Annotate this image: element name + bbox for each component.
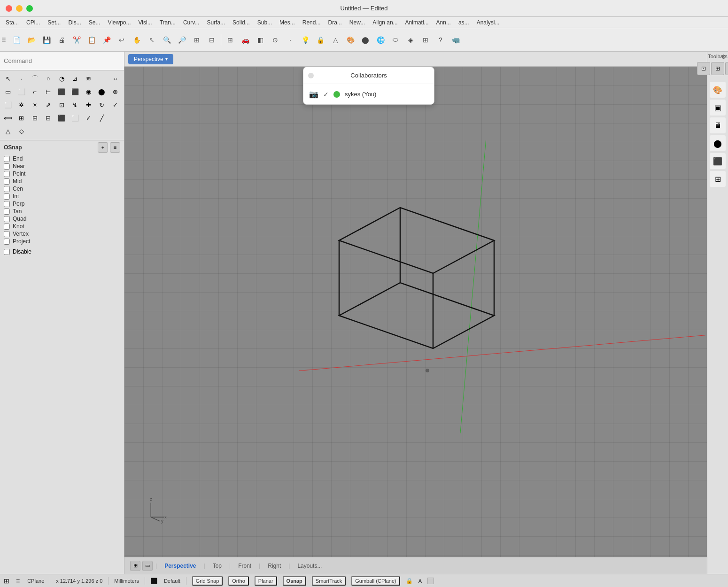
array-tool[interactable]: ⊞ (15, 112, 28, 124)
save-button[interactable]: 💾 (39, 33, 54, 47)
menu-rend[interactable]: Rend... (299, 18, 325, 27)
print-button[interactable]: 🖨 (54, 33, 69, 47)
extrude-tool[interactable]: ⬛ (55, 85, 68, 98)
snap-int-checkbox[interactable] (4, 193, 10, 200)
diamond-tool[interactable]: ◇ (15, 125, 28, 137)
menu-analysi[interactable]: Analysi... (473, 18, 503, 27)
select-tool[interactable]: ↖ (2, 72, 14, 85)
box-tool[interactable]: ⬛ (69, 85, 81, 98)
menu-se[interactable]: Se... (85, 18, 104, 27)
collab-close-button[interactable] (308, 73, 314, 78)
solid-tool[interactable]: ⬜ (2, 99, 14, 111)
osnap-int-row[interactable]: Int (4, 193, 120, 200)
move-tool[interactable]: ✚ (82, 99, 94, 111)
menu-align[interactable]: Align an... (369, 18, 401, 27)
osnap-point-row[interactable]: Point (4, 170, 120, 177)
empty4-tool[interactable] (55, 125, 68, 137)
empty2-tool[interactable] (29, 125, 41, 137)
osnap-add-button[interactable]: + (98, 142, 108, 153)
sub-tool[interactable]: ✴ (29, 99, 41, 111)
snap-cen-checkbox[interactable] (4, 186, 10, 192)
osnap-cen-row[interactable]: Cen (4, 185, 120, 192)
maximize-button[interactable] (26, 5, 33, 12)
pan-button[interactable]: ✋ (130, 33, 144, 47)
snap-near-checkbox[interactable] (4, 163, 10, 170)
menu-viewpo[interactable]: Viewpo... (104, 18, 134, 27)
viewport-dropdown-arrow[interactable]: ▾ (165, 56, 168, 62)
menu-set[interactable]: Set... (44, 18, 64, 27)
viewport-canvas[interactable]: z y x Collaborators (124, 67, 707, 557)
close-button[interactable] (6, 5, 12, 12)
render-button[interactable]: ◈ (403, 33, 418, 47)
trim-tool[interactable]: ⊢ (42, 85, 54, 98)
layer-button[interactable]: ◧ (253, 33, 267, 47)
arc-tool[interactable]: ◔ (55, 72, 68, 85)
menu-solid[interactable]: Solid... (229, 18, 254, 27)
blend2-tool[interactable]: ↯ (69, 99, 81, 111)
fillet-tool[interactable]: ⊡ (55, 99, 68, 111)
snap-vertex-checkbox[interactable] (4, 231, 10, 237)
mesh-button[interactable]: ⊞ (418, 33, 433, 47)
record-tool[interactable]: ⬜ (69, 112, 81, 124)
rotate-tool[interactable]: ↻ (96, 99, 108, 111)
curve-tool[interactable]: ⌒ (29, 72, 41, 85)
point-tool[interactable]: · (15, 72, 28, 85)
snap-target[interactable]: ⊙ (268, 33, 282, 47)
toolbar-mini-1[interactable]: ⊡ (697, 62, 710, 75)
ortho-button[interactable]: Ortho (228, 576, 249, 586)
osnap-perp-row[interactable]: Perp (4, 201, 120, 207)
osnap-mid-row[interactable]: Mid (4, 178, 120, 185)
perspective-tab[interactable]: Perspective ▾ (128, 54, 173, 64)
menu-as[interactable]: as... (455, 18, 473, 27)
sphere-button[interactable]: ⬤ (358, 33, 372, 47)
poly-tool[interactable]: ⊿ (69, 72, 81, 85)
torus-tool[interactable]: ⊚ (109, 85, 121, 98)
tab-front[interactable]: Front (233, 561, 256, 571)
empty5-tool[interactable] (69, 125, 81, 137)
osnap-end-row[interactable]: End (4, 155, 120, 162)
snap-quad-checkbox[interactable] (4, 216, 10, 222)
snap-mid-checkbox[interactable] (4, 178, 10, 185)
render-panel-icon[interactable]: ⬛ (710, 153, 726, 169)
menu-surfa[interactable]: Surfa... (203, 18, 229, 27)
mirror-tool[interactable]: ⟺ (2, 112, 14, 124)
osnap-knot-row[interactable]: Knot (4, 223, 120, 230)
group-tool[interactable]: ⊟ (42, 112, 54, 124)
zoom-in-button[interactable]: 🔍 (160, 33, 174, 47)
menu-tran[interactable]: Tran... (156, 18, 179, 27)
osnap-near-row[interactable]: Near (4, 163, 120, 170)
smarttrack-button[interactable]: SmartTrack (312, 576, 346, 586)
osnap-filter-button[interactable]: ≡ (110, 142, 120, 153)
empty-tool[interactable] (109, 112, 121, 124)
dim-tool[interactable]: ↔ (109, 72, 121, 85)
snap-project-checkbox[interactable] (4, 239, 10, 245)
viewport-single-btn[interactable]: ▭ (142, 561, 153, 571)
glass-button[interactable]: ⬭ (388, 33, 403, 47)
transform-tool[interactable]: ⇗ (42, 99, 54, 111)
menu-sub[interactable]: Sub... (254, 18, 276, 27)
snap-disable-checkbox[interactable] (4, 249, 10, 255)
osnap-tan-row[interactable]: Tan (4, 208, 120, 215)
sphere2-tool[interactable]: ◉ (82, 85, 94, 98)
done-tool[interactable]: ✓ (109, 99, 121, 111)
tab-layouts[interactable]: Layouts... (293, 561, 326, 571)
menu-dis[interactable]: Dis... (64, 18, 85, 27)
offset-tool[interactable]: ⌐ (29, 85, 41, 98)
tab-top[interactable]: Top (208, 561, 226, 571)
osnap-project-row[interactable]: Project (4, 238, 120, 245)
object-prop-icon[interactable]: ▣ (710, 100, 726, 116)
car-button[interactable]: 🚗 (238, 33, 252, 47)
circle-tool[interactable]: ○ (42, 72, 54, 85)
cylinder-tool[interactable]: ⬤ (96, 85, 108, 98)
globe-button[interactable]: 🌐 (373, 33, 387, 47)
empty8-tool[interactable] (109, 125, 121, 137)
gumball-button[interactable]: Gumball (CPlane) (351, 576, 400, 586)
check-tool[interactable]: ✓ (82, 112, 94, 124)
grid-button[interactable]: ⊞ (223, 33, 237, 47)
minimize-button[interactable] (16, 5, 23, 12)
empty7-tool[interactable] (96, 125, 108, 137)
menu-cpl[interactable]: CPl... (23, 18, 44, 27)
copy-button[interactable]: 📋 (85, 33, 99, 47)
osnap-vertex-row[interactable]: Vertex (4, 231, 120, 237)
menu-mes[interactable]: Mes... (276, 18, 299, 27)
